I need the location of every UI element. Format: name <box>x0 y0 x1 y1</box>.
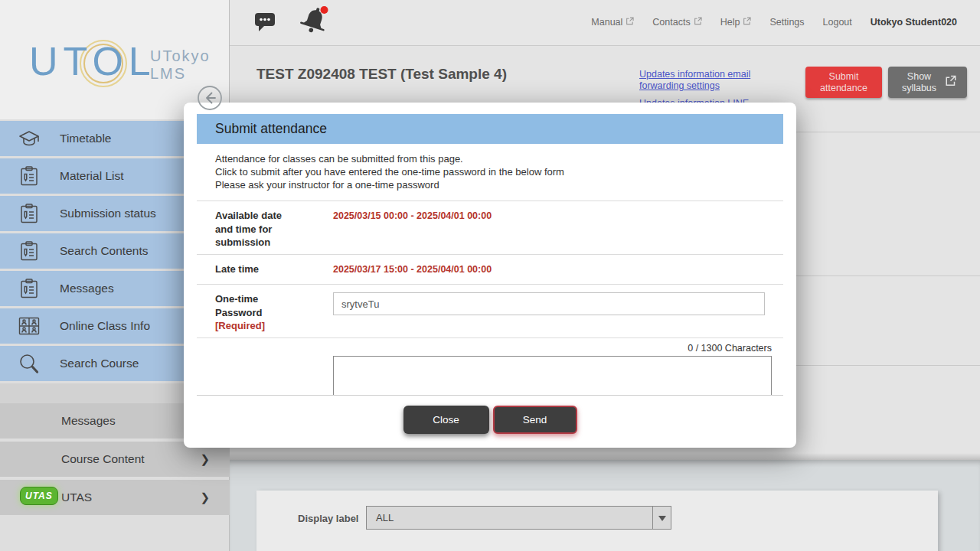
clipboard-icon <box>15 165 43 187</box>
comment-textarea-wrap <box>333 356 773 395</box>
submit-attendance-button[interactable]: Submit attendance <box>805 67 882 98</box>
submit-attendance-modal: Submit attendance Attendance for classes… <box>184 103 796 448</box>
display-label-select[interactable]: ALL <box>366 506 671 530</box>
modal-title: Submit attendance <box>197 114 783 144</box>
external-link-icon <box>945 75 956 90</box>
nav-link-contacts[interactable]: Contacts <box>652 17 701 28</box>
video-grid-icon <box>15 317 43 335</box>
utas-logo: UTAS <box>20 487 58 505</box>
clipboard-icon <box>15 278 43 299</box>
display-label-text: Display label <box>298 513 358 524</box>
external-link-icon <box>694 17 702 28</box>
utol-lms-screen: UTOL UTokyo LMS Timetable <box>0 0 980 551</box>
username[interactable]: Utokyo Student020 <box>871 17 957 28</box>
collapse-sidebar-back-button[interactable] <box>197 85 223 111</box>
nav-link-settings[interactable]: Settings <box>769 17 804 28</box>
bottom-section: Display label ALL <box>230 460 980 551</box>
modal-footer: Close Send <box>197 395 783 458</box>
sidebar-item-utas[interactable]: UTAS UTAS ❯ <box>0 480 230 515</box>
send-button[interactable]: Send <box>493 406 577 434</box>
magnifier-icon <box>15 352 43 375</box>
modal-description: Attendance for classes can be submitted … <box>197 144 783 201</box>
utol-logo: UTOL <box>29 40 156 83</box>
top-nav: Manual Contacts Help Settings <box>591 0 957 44</box>
close-button[interactable]: Close <box>403 406 489 434</box>
select-dropdown-arrow-icon[interactable] <box>652 507 671 529</box>
available-date-row: Available date and time for submission 2… <box>197 201 783 254</box>
clipboard-icon <box>15 203 43 224</box>
comment-row: 0 / 1300 Characters <box>197 337 783 395</box>
top-bar: Manual Contacts Help Settings <box>230 0 980 46</box>
chat-icon[interactable] <box>254 12 277 36</box>
nav-link-manual[interactable]: Manual <box>591 17 634 28</box>
required-badge: [Required] <box>215 319 296 333</box>
utol-logo-subtitle: UTokyo LMS <box>150 47 211 83</box>
external-link-icon <box>626 17 634 28</box>
email-forwarding-settings-link[interactable]: Updates information email forwarding set… <box>639 69 768 92</box>
available-date-label: Available date and time for submission <box>215 209 296 249</box>
character-counter: 0 / 1300 Characters <box>197 343 772 354</box>
course-title: TEST Z092408 TEST (Test Sample 4) <box>256 66 507 83</box>
chevron-right-icon: ❯ <box>200 491 210 504</box>
one-time-password-label: One-time Password <box>215 292 296 319</box>
external-link-icon <box>743 17 751 28</box>
available-date-value: 2025/03/15 00:00 - 2025/04/01 00:00 <box>333 209 492 254</box>
clipboard-icon <box>15 240 43 262</box>
logo-area: UTOL UTokyo LMS <box>0 0 229 119</box>
late-time-label: Late time <box>215 262 296 276</box>
notification-bell-icon[interactable] <box>300 5 331 41</box>
one-time-password-input[interactable] <box>333 292 765 315</box>
late-time-value: 2025/03/17 15:00 - 2025/04/01 00:00 <box>333 262 492 284</box>
one-time-password-row: One-time Password [Required] <box>197 284 783 337</box>
graduation-cap-icon <box>15 129 43 148</box>
display-label-panel: Display label ALL <box>256 491 938 551</box>
nav-link-help[interactable]: Help <box>720 17 752 28</box>
nav-link-logout[interactable]: Logout <box>823 17 852 28</box>
comment-textarea[interactable] <box>333 356 772 395</box>
show-syllabus-button[interactable]: Show syllabus <box>888 67 967 98</box>
late-time-row: Late time 2025/03/17 15:00 - 2025/04/01 … <box>197 254 783 284</box>
